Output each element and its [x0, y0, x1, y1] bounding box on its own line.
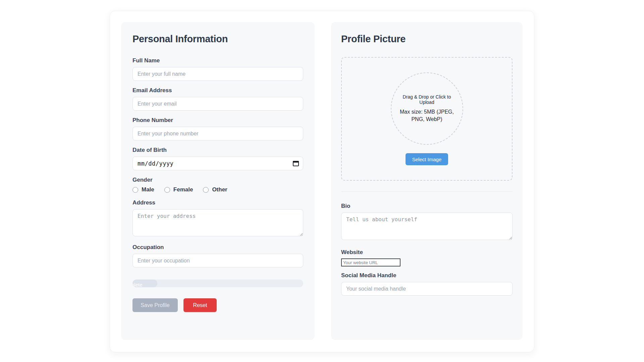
full-name-group: Full Name — [132, 57, 303, 81]
full-name-input[interactable] — [132, 67, 303, 81]
website-label: Website — [341, 249, 513, 256]
save-profile-button[interactable]: Save Profile — [132, 298, 178, 312]
profile-form-card: Personal Information Full Name Email Add… — [110, 11, 534, 352]
upload-dropzone[interactable]: Drag & Drop or Click to Upload Max size:… — [341, 57, 513, 181]
phone-group: Phone Number — [132, 117, 303, 140]
email-input[interactable] — [132, 97, 303, 111]
upload-max-size: Max size: 5MB (JPEG, PNG, WebP) — [397, 108, 456, 123]
dob-group: Date of Birth mm/dd/yyyy — [132, 146, 303, 170]
gender-group: Gender Male Female Other — [132, 176, 303, 193]
profile-progress-track: olete — [132, 280, 303, 287]
social-media-label: Social Media Handle — [341, 272, 513, 279]
gender-radio-male[interactable] — [132, 187, 138, 193]
profile-picture-title: Profile Picture — [341, 34, 513, 45]
website-input[interactable] — [341, 258, 400, 266]
dob-value: mm/dd/yyyy — [138, 160, 173, 167]
dob-label: Date of Birth — [132, 146, 303, 154]
bio-group: Bio — [341, 202, 513, 241]
bio-textarea[interactable] — [341, 213, 513, 240]
phone-label: Phone Number — [132, 117, 303, 124]
personal-information-panel: Personal Information Full Name Email Add… — [121, 22, 315, 340]
full-name-label: Full Name — [132, 57, 303, 64]
occupation-label: Occupation — [132, 244, 303, 251]
gender-male-label: Male — [142, 186, 154, 193]
reset-button[interactable]: Reset — [183, 298, 217, 312]
profile-progress-label: olete — [132, 282, 143, 287]
address-textarea[interactable] — [132, 209, 303, 236]
occupation-input[interactable] — [132, 254, 303, 267]
occupation-group: Occupation — [132, 244, 303, 267]
personal-information-title: Personal Information — [132, 34, 303, 45]
gender-female-label: Female — [173, 186, 193, 193]
gender-radio-female[interactable] — [164, 187, 170, 193]
gender-label: Gender — [132, 176, 303, 183]
website-group: Website — [341, 249, 513, 266]
gender-other-label: Other — [212, 186, 227, 193]
gender-radio-other[interactable] — [203, 187, 209, 193]
social-media-input[interactable] — [341, 282, 513, 296]
select-image-button[interactable]: Select Image — [406, 153, 448, 165]
bio-label: Bio — [341, 202, 513, 209]
address-label: Address — [132, 199, 303, 206]
upload-circle[interactable]: Drag & Drop or Click to Upload Max size:… — [391, 72, 463, 145]
upload-instruction: Drag & Drop or Click to Upload — [396, 94, 458, 105]
gender-option-female[interactable]: Female — [164, 186, 193, 193]
email-group: Email Address — [132, 87, 303, 111]
social-group: Social Media Handle — [341, 272, 513, 296]
gender-option-other[interactable]: Other — [203, 186, 227, 193]
form-actions: Save Profile Reset — [132, 298, 303, 312]
dob-date-input[interactable]: mm/dd/yyyy — [132, 157, 303, 170]
address-group: Address — [132, 199, 303, 238]
profile-picture-panel: Profile Picture Drag & Drop or Click to … — [331, 22, 523, 340]
gender-option-male[interactable]: Male — [132, 186, 154, 193]
phone-input[interactable] — [132, 127, 303, 140]
calendar-icon[interactable] — [293, 161, 299, 166]
email-label: Email Address — [132, 87, 303, 94]
gender-radio-row: Male Female Other — [132, 186, 303, 193]
section-divider — [341, 191, 513, 192]
